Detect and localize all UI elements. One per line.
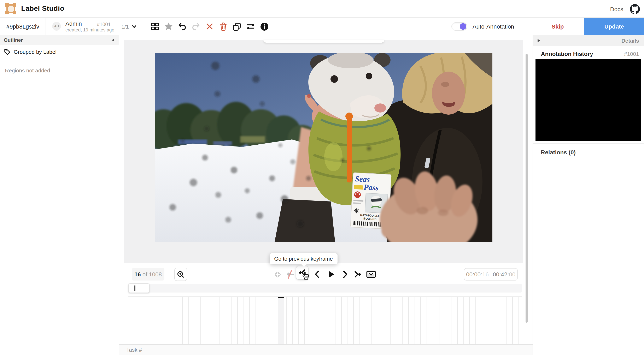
time-display: 00:00:16 00:42:00 [464,268,518,281]
video-canvas[interactable]: Seas Pass RATATOUILLE BOWERS [155,53,492,242]
svg-text:Seas: Seas [355,174,370,184]
auto-annotation-label: Auto-Annotation [472,18,514,35]
annotation-created-meta: created, 19 minutes ago [66,27,114,32]
video-frame-art: Seas Pass RATATOUILLE BOWERS [155,53,492,242]
details-title: Details [622,37,639,44]
undo-button[interactable] [177,21,187,31]
previous-frame-button[interactable] [312,269,322,279]
ground-truth-star-button[interactable] [164,21,174,31]
task-id: #9pb8Lgs2iv [0,18,46,35]
chevron-down-icon [131,23,137,29]
duration-display: 00:42:00 [490,269,517,280]
settings-sliders-button[interactable] [246,21,256,31]
current-time: 00:00 [466,271,480,278]
minimap-viewport-handle[interactable] [128,283,150,293]
duration-time: 00:42 [493,271,507,278]
previous-keyframe-button[interactable] [296,266,308,280]
timeline-footer: Task # [119,344,532,355]
app-title: Label Studio [21,4,64,13]
history-annotation-id: #1001 [624,51,639,57]
minimap-position-marker [134,286,136,291]
outliner-panel: Outliner Grouped by Label Regions not ad… [0,35,119,355]
relations-section-header[interactable]: Relations (0) [533,143,644,161]
annotation-history-title: Annotation History [541,50,593,57]
info-button[interactable] [259,21,269,31]
divider [46,18,46,35]
delete-trash-button[interactable] [218,21,228,31]
timeline-playhead[interactable] [278,297,284,344]
annotation-toolbar: #9pb8Lgs2iv AD Admin created, 19 minutes… [0,18,644,35]
toggle-knob [460,23,466,30]
current-time-input[interactable]: 00:00:16 [464,269,490,280]
pager-value: 1/1 [121,23,129,29]
next-keyframe-button[interactable] [352,269,362,279]
current-time-frames: :16 [480,271,489,278]
view-all-button[interactable] [150,21,160,31]
brand: Label Studio [6,3,64,14]
magnifier-plus-icon [177,270,185,278]
timeline-minimap[interactable] [128,284,522,293]
outliner-title: Outliner [4,37,23,43]
annotation-id: #1001 [97,21,111,27]
current-frame: 16 [134,271,141,278]
reject-cross-button[interactable] [204,21,214,31]
relations-title: Relations (0) [541,149,576,156]
github-icon[interactable] [630,4,640,14]
duration-frames: :00 [507,271,516,278]
hand-cursor-icon [301,271,310,280]
duplicate-copy-button[interactable] [232,21,242,31]
label-studio-app: Label Studio Docs #9pb8Lgs2iv AD Admin c… [0,0,644,355]
top-bar: Label Studio Docs [0,0,644,18]
playhead-marker [278,297,284,298]
toolbar-icon-group [150,18,269,35]
svg-text:BOWERS: BOWERS [364,217,377,221]
toggle-interpolation-button[interactable] [285,269,295,279]
next-frame-button[interactable] [340,269,350,279]
group-by-label-selector[interactable]: Grouped by Label [0,45,119,59]
avatar: AD [52,22,61,31]
label-studio-logo-icon [6,3,16,14]
play-button[interactable] [326,269,336,279]
add-keyframe-button[interactable] [272,269,282,279]
collapse-panel-icon[interactable] [111,38,115,42]
auto-annotation-toggle[interactable] [452,22,467,31]
main-content: Seas Pass RATATOUILLE BOWERS [119,35,532,355]
annotation-pager[interactable]: 1/1 [121,18,137,35]
details-panel: Details Annotation History #1001 Relatio… [532,35,644,355]
timeline-zoom-button[interactable] [174,268,187,281]
skip-button[interactable]: Skip [531,18,584,35]
annotation-history-thumbnail [536,59,641,141]
task-row-label: Task # [126,347,142,353]
timeline-ruler[interactable] [128,296,522,344]
keyframe-tooltip: Go to previous keyframe [270,253,337,264]
svg-text:Pass: Pass [363,183,379,192]
main-scrollbar[interactable] [526,54,528,323]
group-by-label-text: Grouped by Label [14,49,56,55]
label-tag-icon [4,49,10,55]
regions-empty-message: Regions not added [0,59,119,82]
update-button[interactable]: Update [584,18,644,35]
timeline-collapse-button[interactable] [366,269,376,279]
redo-button[interactable] [191,21,201,31]
floating-panel-edge [264,40,384,43]
frame-counter-input[interactable]: 16 of 1008 [132,268,164,281]
annotator-name: Admin [66,20,82,27]
docs-link[interactable]: Docs [610,5,623,12]
total-frames: of 1008 [142,271,162,278]
expand-panel-icon[interactable] [537,38,541,43]
